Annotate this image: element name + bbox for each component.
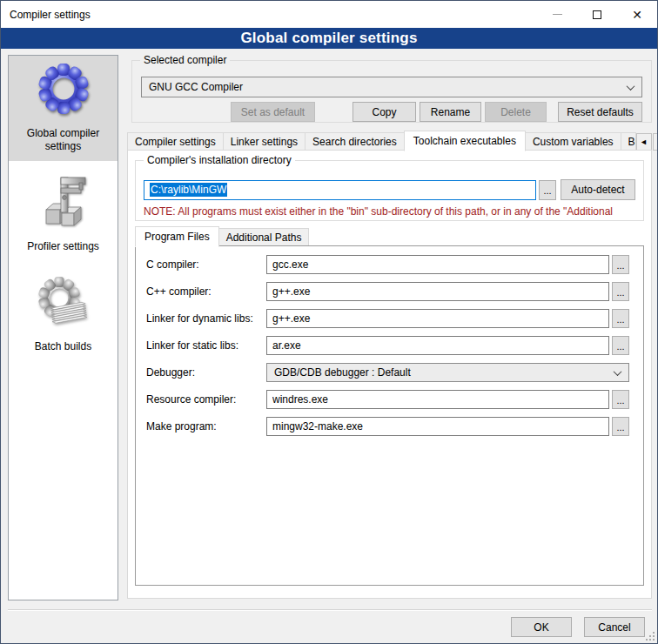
settings-category-list: Global compiler settings: [8, 55, 118, 600]
compiler-settings-dialog: Compiler settings ✕ Global compiler sett…: [0, 0, 658, 644]
debugger-dropdown[interactable]: GDB/CDB debugger : Default: [266, 363, 629, 382]
installation-directory-value: C:\raylib\MinGW: [150, 183, 227, 197]
c-compiler-input[interactable]: [266, 255, 609, 274]
tab-scroll-right-button[interactable]: ►: [653, 133, 658, 151]
minimize-icon: [553, 14, 562, 15]
caliper-icon: [36, 175, 91, 231]
browse-directory-button[interactable]: ...: [539, 180, 556, 200]
field-label: Debugger:: [146, 366, 266, 379]
field-label: Linker for dynamic libs:: [146, 312, 266, 325]
window-title: Compiler settings: [1, 9, 91, 21]
reset-defaults-button[interactable]: Reset defaults: [558, 102, 642, 122]
field-row-debugger: Debugger: GDB/CDB debugger : Default: [146, 363, 629, 382]
sidebar-item-label: Batch builds: [35, 340, 91, 353]
browse-make-program-button[interactable]: ...: [612, 417, 629, 436]
field-label: C compiler:: [146, 258, 266, 271]
program-files-tabs: Program Files Additional Paths: [135, 225, 308, 246]
sidebar-item-label: Profiler settings: [27, 240, 99, 253]
field-row-resource-compiler: Resource compiler: ...: [146, 390, 629, 409]
tab-compiler-settings[interactable]: Compiler settings: [127, 132, 224, 151]
dynamic-libs-linker-input[interactable]: [266, 309, 609, 328]
titlebar: Compiler settings ✕: [1, 1, 657, 28]
blue-gear-icon: [36, 62, 91, 117]
field-row-static-linker: Linker for static libs: ...: [146, 336, 629, 355]
maximize-icon: [593, 10, 601, 19]
bin-subdirectory-note: NOTE: All programs must exist either in …: [144, 205, 641, 218]
debugger-value: GDB/CDB debugger : Default: [274, 366, 411, 379]
selected-compiler-group-label: Selected compiler: [140, 54, 230, 66]
resize-grip[interactable]: [645, 631, 655, 641]
browse-resource-compiler-button[interactable]: ...: [612, 390, 629, 409]
copy-button[interactable]: Copy: [352, 102, 416, 122]
delete-button[interactable]: Delete: [485, 102, 547, 122]
sidebar-item-global-compiler-settings[interactable]: Global compiler settings: [9, 56, 118, 161]
caption-buttons: ✕: [537, 1, 657, 28]
field-label: Resource compiler:: [146, 393, 266, 406]
gray-gear-papers-icon: [36, 275, 91, 331]
sidebar-item-batch-builds[interactable]: Batch builds: [9, 269, 118, 361]
auto-detect-button[interactable]: Auto-detect: [561, 179, 635, 200]
tab-linker-settings[interactable]: Linker settings: [223, 132, 306, 151]
field-label: Linker for static libs:: [146, 339, 266, 352]
footer-divider: [8, 609, 652, 611]
subtab-program-files[interactable]: Program Files: [135, 226, 219, 247]
compiler-settings-tabs: Compiler settings Linker settings Search…: [127, 130, 652, 151]
sidebar-item-profiler-settings[interactable]: Profiler settings: [9, 169, 118, 261]
resource-compiler-input[interactable]: [266, 390, 609, 409]
browse-static-linker-button[interactable]: ...: [612, 336, 629, 355]
cancel-button[interactable]: Cancel: [584, 617, 645, 637]
chevron-down-icon: [614, 367, 622, 376]
field-row-c-compiler: C compiler: ...: [146, 255, 629, 274]
page-title: Global compiler settings: [1, 28, 657, 49]
maximize-button[interactable]: [577, 1, 617, 28]
field-row-make-program: Make program: ...: [146, 417, 629, 436]
field-label: C++ compiler:: [146, 285, 266, 298]
browse-cpp-compiler-button[interactable]: ...: [612, 282, 629, 301]
cpp-compiler-input[interactable]: [266, 282, 609, 301]
browse-dynamic-linker-button[interactable]: ...: [612, 309, 629, 328]
set-as-default-button[interactable]: Set as default: [231, 102, 315, 122]
selected-compiler-group: Selected compiler GNU GCC Compiler Set a…: [131, 60, 652, 123]
close-icon: ✕: [632, 9, 642, 21]
rename-button[interactable]: Rename: [420, 102, 481, 122]
installation-directory-input[interactable]: C:\raylib\MinGW: [144, 180, 536, 200]
selected-compiler-dropdown[interactable]: GNU GCC Compiler: [141, 77, 642, 97]
selected-compiler-value: GNU GCC Compiler: [149, 81, 243, 93]
minimize-button[interactable]: [537, 1, 577, 28]
tab-build-options[interactable]: Build: [621, 132, 636, 151]
ok-button[interactable]: OK: [511, 617, 572, 637]
tab-scroll-controls: ◄ ►: [635, 133, 658, 151]
browse-c-compiler-button[interactable]: ...: [612, 255, 629, 274]
sidebar-item-label: Global compiler settings: [12, 127, 114, 153]
tab-scroll-left-button[interactable]: ◄: [636, 133, 652, 151]
installation-directory-group: Compiler's installation directory C:\ray…: [135, 160, 644, 221]
static-libs-linker-input[interactable]: [266, 336, 609, 355]
field-label: Make program:: [146, 420, 266, 433]
arrow-left-icon: ◄: [640, 138, 648, 146]
installation-directory-row: C:\raylib\MinGW ... Auto-detect: [144, 179, 635, 200]
tab-custom-variables[interactable]: Custom variables: [525, 132, 621, 151]
program-files-panel: C compiler: ... C++ compiler: ... Linker…: [135, 245, 644, 586]
toolchain-executables-page: Compiler's installation directory C:\ray…: [127, 150, 652, 599]
field-row-cpp-compiler: C++ compiler: ...: [146, 282, 629, 301]
field-row-dynamic-linker: Linker for dynamic libs: ...: [146, 309, 629, 328]
tab-toolchain-executables[interactable]: Toolchain executables: [404, 131, 526, 151]
chevron-down-icon: [627, 82, 635, 91]
installation-directory-group-label: Compiler's installation directory: [144, 154, 295, 166]
tab-search-directories[interactable]: Search directories: [305, 132, 405, 151]
close-button[interactable]: ✕: [617, 1, 657, 28]
subtab-additional-paths[interactable]: Additional Paths: [218, 228, 310, 246]
make-program-input[interactable]: [266, 417, 609, 436]
compiler-actions-row: Set as default Copy Rename Delete Reset …: [141, 102, 642, 122]
